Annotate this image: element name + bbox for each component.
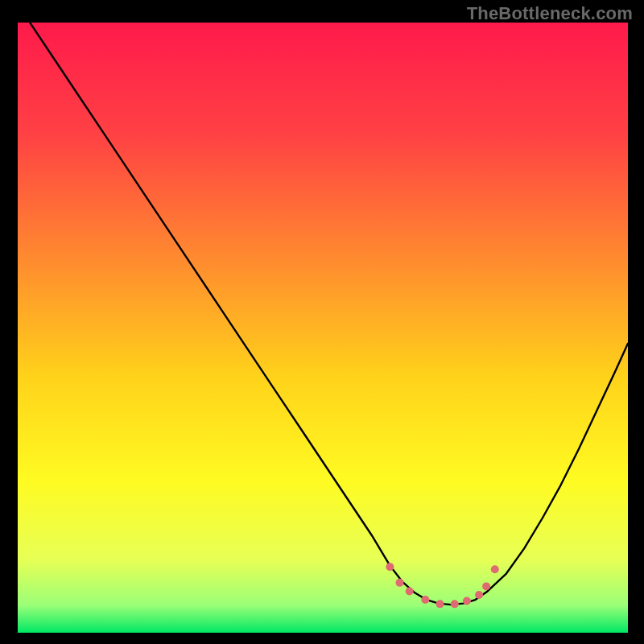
svg-point-1 — [386, 563, 394, 571]
svg-point-8 — [475, 591, 483, 599]
svg-point-6 — [451, 600, 459, 608]
svg-rect-0 — [18, 23, 628, 633]
bottleneck-chart — [18, 23, 628, 633]
svg-point-9 — [482, 582, 490, 590]
svg-point-10 — [491, 565, 499, 573]
chart-frame: TheBottleneck.com — [0, 0, 644, 644]
svg-point-4 — [421, 596, 429, 604]
watermark-text: TheBottleneck.com — [467, 3, 633, 24]
svg-point-5 — [436, 600, 444, 608]
svg-point-7 — [463, 597, 471, 605]
svg-point-3 — [406, 587, 414, 595]
svg-point-2 — [396, 579, 404, 587]
